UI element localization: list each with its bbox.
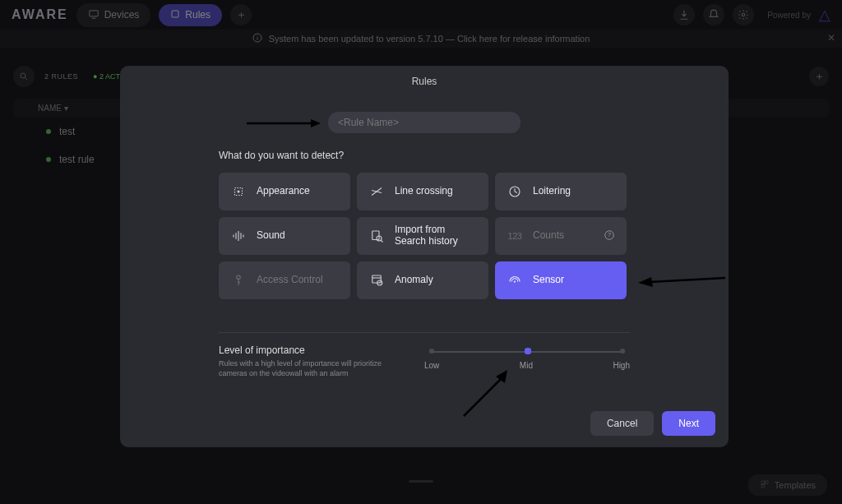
tile-access-control[interactable]: Access Control	[219, 261, 350, 299]
slider-label-high: High	[613, 361, 630, 370]
anomaly-icon	[368, 273, 385, 288]
tile-label: Appearance	[257, 186, 339, 197]
modal-footer: Cancel Next	[120, 400, 729, 447]
import-history-icon	[368, 229, 385, 243]
slider-label-low: Low	[424, 361, 439, 370]
slider-stop-low[interactable]	[429, 349, 434, 354]
tile-sound[interactable]: Sound	[219, 217, 350, 255]
svg-rect-24	[372, 231, 379, 240]
tile-label: Line crossing	[395, 186, 477, 197]
importance-slider[interactable]: Low Mid High	[424, 344, 630, 378]
slider-label-mid: Mid	[520, 361, 533, 370]
tile-import-search-history[interactable]: Import from Search history	[357, 217, 488, 255]
loitering-icon	[507, 184, 523, 199]
tile-label: Loitering	[533, 186, 615, 197]
slider-stop-high[interactable]	[620, 349, 625, 354]
tile-label: Sound	[257, 230, 339, 242]
tile-label: Access Control	[257, 275, 339, 286]
detect-question-label: What do you want to detect?	[219, 150, 630, 161]
tile-label: Anomaly	[395, 275, 477, 286]
importance-title: Level of importance	[219, 344, 391, 356]
svg-point-13	[238, 191, 240, 193]
tile-line-crossing[interactable]: Line crossing	[357, 173, 488, 210]
tile-label: Import from Search history	[395, 224, 477, 247]
tile-appearance[interactable]: Appearance	[219, 173, 350, 210]
modal-title: Rules	[120, 66, 729, 97]
importance-section: Level of importance Rules with a high le…	[219, 332, 630, 378]
next-button[interactable]: Next	[662, 411, 715, 436]
slider-stop-mid[interactable]	[525, 348, 531, 354]
sound-icon	[230, 229, 247, 243]
svg-line-26	[381, 240, 382, 242]
tile-label: Sensor	[533, 275, 615, 286]
rule-name-input[interactable]	[328, 112, 520, 133]
detection-type-grid: Appearance Line crossing Loitering Sound	[219, 173, 630, 299]
tile-anomaly[interactable]: Anomaly	[357, 261, 488, 299]
help-icon[interactable]: ?	[604, 229, 615, 243]
sensor-icon	[507, 273, 523, 288]
svg-text:?: ?	[608, 232, 611, 238]
tile-label: Counts	[533, 230, 594, 242]
svg-point-29	[237, 275, 241, 280]
counts-icon: 123	[507, 231, 523, 241]
access-icon	[230, 273, 247, 288]
tile-counts[interactable]: 123 Counts ?	[495, 217, 627, 255]
svg-line-18	[515, 192, 517, 193]
svg-line-15	[372, 191, 382, 193]
tile-loitering[interactable]: Loitering	[495, 173, 627, 210]
importance-description: Rules with a high level of importance wi…	[219, 359, 391, 378]
appearance-icon	[230, 184, 247, 199]
line-crossing-icon	[368, 184, 385, 199]
svg-point-36	[514, 280, 516, 282]
new-rule-modal: Rules What do you want to detect? Appear…	[120, 66, 729, 447]
cancel-button[interactable]: Cancel	[590, 411, 654, 436]
tile-sensor[interactable]: Sensor	[495, 261, 627, 299]
